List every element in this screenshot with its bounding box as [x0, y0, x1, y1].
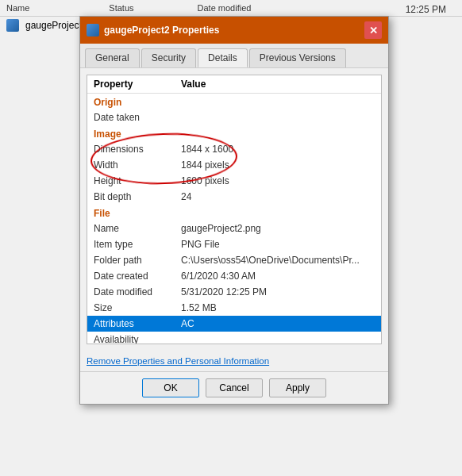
remove-properties-link[interactable]: Remove Properties and Personal Informati…	[87, 356, 269, 366]
properties-dialog: gaugeProject2 Properties ✕ General Secur…	[79, 16, 389, 405]
value-cell: 1844 pixels	[175, 157, 381, 173]
cancel-button[interactable]: Cancel	[206, 378, 263, 397]
property-cell: Attributes	[87, 316, 175, 332]
value-cell: 1.52 MB	[175, 300, 381, 316]
table-section-header: Image	[87, 125, 381, 141]
table-row[interactable]: Size1.52 MB	[87, 300, 381, 316]
value-cell: gaugeProject2.png	[175, 221, 381, 236]
table-row[interactable]: Folder pathC:\Users\oss54\OneDrive\Docum…	[87, 252, 381, 268]
col-header-property: Property	[87, 75, 175, 94]
property-cell: Availability	[87, 332, 175, 344]
file-icon	[6, 19, 19, 32]
table-row[interactable]: Bit depth24	[87, 189, 381, 205]
dialog-title-icon	[87, 24, 99, 36]
tab-previous-versions[interactable]: Previous Versions	[249, 48, 346, 67]
dialog-links: Remove Properties and Personal Informati…	[80, 351, 388, 371]
tab-security[interactable]: Security	[141, 48, 196, 67]
tab-general[interactable]: General	[85, 48, 140, 67]
file-name: gaugeProject2	[25, 20, 87, 31]
table-row[interactable]: Date modified5/31/2020 12:25 PM	[87, 284, 381, 300]
apply-button[interactable]: Apply	[269, 378, 326, 397]
property-cell: Width	[87, 157, 175, 173]
ok-button[interactable]: OK	[142, 378, 199, 397]
table-row[interactable]: Date created6/1/2020 4:30 AM	[87, 268, 381, 284]
file-explorer-header: Name Status Date modified	[0, 0, 462, 17]
table-row[interactable]: Date taken	[87, 109, 381, 125]
tabs-container: General Security Details Previous Versio…	[80, 44, 388, 68]
property-cell: Folder path	[87, 252, 175, 268]
property-cell: Name	[87, 221, 175, 236]
clock: 12:25 PM	[406, 4, 446, 15]
value-cell: 6/1/2020 4:30 AM	[175, 268, 381, 284]
table-row[interactable]: Width1844 pixels	[87, 157, 381, 173]
desktop: Name Status Date modified gaugeProject2 …	[0, 0, 462, 476]
table-row[interactable]: AttributesAC	[87, 316, 381, 332]
value-cell: 24	[175, 189, 381, 205]
value-cell	[175, 332, 381, 344]
table-section-header: Origin	[87, 94, 381, 110]
properties-table: Property Value OriginDate takenImageDime…	[87, 75, 381, 344]
property-cell: Dimensions	[87, 141, 175, 157]
value-cell: 1600 pixels	[175, 173, 381, 189]
property-cell: Date taken	[87, 109, 175, 125]
value-cell: AC	[175, 316, 381, 332]
col-name: Name	[6, 3, 29, 13]
property-cell: Height	[87, 173, 175, 189]
tab-details[interactable]: Details	[198, 48, 248, 67]
close-button[interactable]: ✕	[364, 21, 382, 39]
value-cell: C:\Users\oss54\OneDrive\Documents\Pr...	[175, 252, 381, 268]
value-cell	[175, 109, 381, 125]
col-date: Date modified	[198, 3, 252, 13]
dialog-titlebar: gaugeProject2 Properties ✕	[80, 17, 388, 44]
value-cell: 1844 x 1600	[175, 141, 381, 157]
dialog-title: gaugeProject2 Properties	[104, 25, 219, 36]
property-cell: Size	[87, 300, 175, 316]
table-section-header: File	[87, 205, 381, 221]
value-cell: PNG File	[175, 236, 381, 252]
col-header-value: Value	[175, 75, 381, 94]
table-row[interactable]: NamegaugeProject2.png	[87, 221, 381, 236]
value-cell: 5/31/2020 12:25 PM	[175, 284, 381, 300]
property-cell: Bit depth	[87, 189, 175, 205]
properties-table-container[interactable]: Property Value OriginDate takenImageDime…	[87, 75, 382, 344]
dialog-content: Property Value OriginDate takenImageDime…	[80, 68, 388, 351]
table-row[interactable]: Availability	[87, 332, 381, 344]
col-status: Status	[109, 3, 133, 13]
table-row[interactable]: Height1600 pixels	[87, 173, 381, 189]
property-cell: Item type	[87, 236, 175, 252]
dialog-buttons: OK Cancel Apply	[80, 371, 388, 404]
table-row[interactable]: Dimensions1844 x 1600	[87, 141, 381, 157]
table-row[interactable]: Item typePNG File	[87, 236, 381, 252]
title-left: gaugeProject2 Properties	[87, 24, 219, 36]
property-cell: Date created	[87, 268, 175, 284]
property-cell: Date modified	[87, 284, 175, 300]
